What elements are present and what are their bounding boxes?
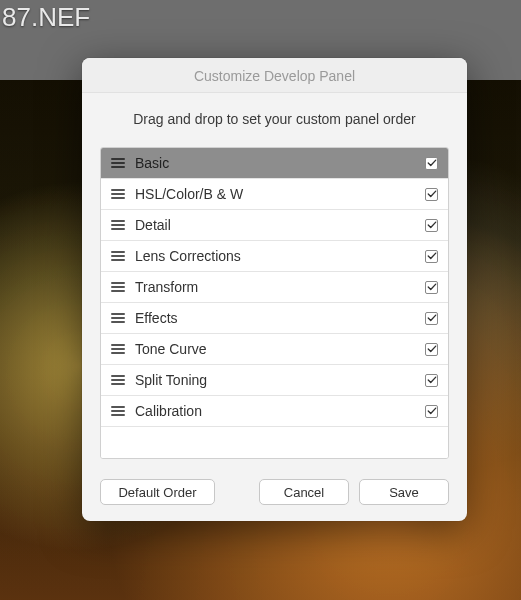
panel-row[interactable]: Lens Corrections (101, 241, 448, 272)
drag-handle-icon[interactable] (111, 282, 125, 292)
panel-row[interactable]: HSL/Color/B & W (101, 179, 448, 210)
cancel-button[interactable]: Cancel (259, 479, 349, 505)
panel-label: Basic (135, 155, 425, 171)
spacer (225, 479, 249, 505)
drag-handle-icon[interactable] (111, 375, 125, 385)
panel-row[interactable]: Detail (101, 210, 448, 241)
panel-row[interactable]: Effects (101, 303, 448, 334)
panel-checkbox[interactable] (425, 374, 438, 387)
panel-label: Detail (135, 217, 425, 233)
panel-label: Lens Corrections (135, 248, 425, 264)
panel-checkbox[interactable] (425, 157, 438, 170)
dialog-instruction: Drag and drop to set your custom panel o… (100, 111, 449, 127)
panel-row-empty (101, 427, 448, 458)
panel-row[interactable]: Calibration (101, 396, 448, 427)
drag-handle-icon[interactable] (111, 189, 125, 199)
panel-label: Tone Curve (135, 341, 425, 357)
panel-checkbox[interactable] (425, 219, 438, 232)
panel-checkbox[interactable] (425, 405, 438, 418)
panel-label: Split Toning (135, 372, 425, 388)
panel-row[interactable]: Transform (101, 272, 448, 303)
dialog-body: Drag and drop to set your custom panel o… (82, 93, 467, 521)
drag-handle-icon[interactable] (111, 313, 125, 323)
default-order-button[interactable]: Default Order (100, 479, 215, 505)
panel-checkbox[interactable] (425, 188, 438, 201)
panel-label: Transform (135, 279, 425, 295)
panel-checkbox[interactable] (425, 281, 438, 294)
panel-label: HSL/Color/B & W (135, 186, 425, 202)
drag-handle-icon[interactable] (111, 220, 125, 230)
panel-checkbox[interactable] (425, 312, 438, 325)
dialog-title: Customize Develop Panel (82, 58, 467, 93)
panel-label: Calibration (135, 403, 425, 419)
save-button[interactable]: Save (359, 479, 449, 505)
panel-checkbox[interactable] (425, 343, 438, 356)
dialog-button-row: Default Order Cancel Save (100, 479, 449, 505)
panel-label: Effects (135, 310, 425, 326)
drag-handle-icon[interactable] (111, 251, 125, 261)
customize-develop-dialog: Customize Develop Panel Drag and drop to… (82, 58, 467, 521)
drag-handle-icon[interactable] (111, 406, 125, 416)
panel-row[interactable]: Split Toning (101, 365, 448, 396)
panel-list: BasicHSL/Color/B & WDetailLens Correctio… (100, 147, 449, 459)
panel-row[interactable]: Basic (101, 148, 448, 179)
panel-checkbox[interactable] (425, 250, 438, 263)
drag-handle-icon[interactable] (111, 158, 125, 168)
panel-row[interactable]: Tone Curve (101, 334, 448, 365)
filename-label: 87.NEF (2, 2, 90, 33)
drag-handle-icon[interactable] (111, 344, 125, 354)
